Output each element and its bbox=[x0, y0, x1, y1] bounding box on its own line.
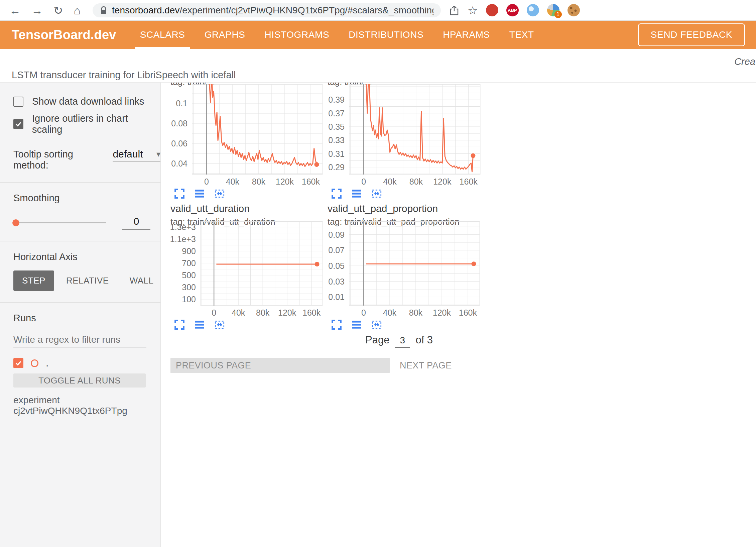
expand-chart-icon[interactable] bbox=[331, 319, 342, 330]
cookie-extension-icon[interactable] bbox=[568, 4, 580, 16]
expand-chart-icon[interactable] bbox=[174, 188, 185, 199]
svg-text:500: 500 bbox=[182, 270, 196, 280]
next-page-button[interactable]: NEXT PAGE bbox=[398, 358, 454, 373]
svg-text:160k: 160k bbox=[460, 177, 478, 186]
page-label: Page bbox=[365, 334, 389, 346]
horizontal-axis-section: Horizontal Axis STEP RELATIVE WALL bbox=[0, 241, 160, 291]
axis-relative-button[interactable]: RELATIVE bbox=[57, 270, 118, 291]
app-header: TensorBoard.dev SCALARS GRAPHS HISTOGRAM… bbox=[0, 21, 756, 49]
runs-menu-icon[interactable] bbox=[194, 319, 205, 330]
tab-scalars[interactable]: SCALARS bbox=[130, 21, 195, 49]
svg-text:80k: 80k bbox=[409, 177, 423, 186]
scalar-chart-valid-utt-duration[interactable]: 1.3e+31.1e+3900700500300100040k80k120k16… bbox=[167, 221, 325, 318]
checkmark-icon bbox=[14, 359, 22, 367]
previous-page-button[interactable]: PREVIOUS PAGE bbox=[170, 358, 390, 373]
svg-text:0.04: 0.04 bbox=[171, 159, 187, 168]
svg-text:160k: 160k bbox=[459, 308, 477, 317]
show-download-links-checkbox[interactable] bbox=[13, 97, 23, 107]
smoothing-section: Smoothing 0 bbox=[0, 183, 160, 230]
chart-title: valid_utt_duration bbox=[170, 203, 275, 214]
tab-graphs[interactable]: GRAPHS bbox=[195, 21, 255, 49]
page-number-input[interactable] bbox=[395, 335, 410, 348]
run-name: . bbox=[46, 357, 48, 369]
svg-text:0.39: 0.39 bbox=[328, 95, 345, 104]
expand-chart-icon[interactable] bbox=[331, 188, 342, 199]
svg-text:80k: 80k bbox=[256, 308, 270, 317]
svg-text:120k: 120k bbox=[278, 308, 296, 317]
svg-text:0.06: 0.06 bbox=[171, 139, 187, 148]
svg-text:1.1e+3: 1.1e+3 bbox=[170, 234, 196, 244]
chart-toolbar bbox=[174, 319, 225, 330]
tooltip-sorting-value: default bbox=[113, 148, 143, 160]
smoothing-slider[interactable] bbox=[13, 222, 106, 223]
top-nav: SCALARS GRAPHS HISTOGRAMS DISTRIBUTIONS … bbox=[130, 21, 544, 49]
run-checkbox[interactable] bbox=[13, 358, 23, 368]
browser-actions: ☆ ABP 1 bbox=[449, 4, 580, 17]
svg-text:0.08: 0.08 bbox=[171, 119, 187, 128]
svg-text:120k: 120k bbox=[276, 177, 294, 186]
axis-step-button[interactable]: STEP bbox=[13, 270, 54, 291]
reload-icon[interactable]: ↻ bbox=[53, 5, 63, 16]
url-host: tensorboard.dev bbox=[112, 5, 179, 15]
subheader: Crea LSTM transducer training for LibriS… bbox=[0, 49, 756, 82]
notification-badge: 1 bbox=[554, 11, 562, 18]
back-icon[interactable]: ← bbox=[9, 5, 21, 16]
runs-label: Runs bbox=[13, 313, 160, 324]
run-row: . bbox=[13, 357, 160, 369]
blue-extension-icon[interactable] bbox=[527, 4, 539, 16]
runs-filter-input[interactable] bbox=[13, 332, 146, 347]
fit-domain-icon[interactable] bbox=[371, 188, 382, 199]
svg-text:0.03: 0.03 bbox=[328, 277, 345, 286]
toggle-all-runs-button[interactable]: TOGGLE ALL RUNS bbox=[13, 373, 146, 388]
url-text: tensorboard.dev/experiment/cj2vtPiwQHKN9… bbox=[112, 5, 433, 16]
run-color-icon[interactable] bbox=[31, 359, 38, 367]
profile-avatar[interactable]: 1 bbox=[547, 4, 559, 16]
fit-domain-icon[interactable] bbox=[371, 319, 382, 330]
chevron-down-icon: ▾ bbox=[156, 149, 160, 159]
forward-icon[interactable]: → bbox=[31, 5, 43, 16]
show-download-links-label: Show data download links bbox=[32, 96, 144, 107]
fit-domain-icon[interactable] bbox=[214, 319, 225, 330]
tab-histograms[interactable]: HISTOGRAMS bbox=[255, 21, 339, 49]
tooltip-sorting-select[interactable]: default ▾ bbox=[113, 148, 160, 162]
runs-menu-icon[interactable] bbox=[194, 188, 205, 199]
svg-text:1.3e+3: 1.3e+3 bbox=[170, 222, 196, 232]
expand-chart-icon[interactable] bbox=[174, 319, 185, 330]
app-logo: TensorBoard.dev bbox=[12, 28, 116, 42]
axis-wall-button[interactable]: WALL bbox=[121, 270, 162, 291]
svg-text:40k: 40k bbox=[383, 308, 397, 317]
scalar-chart-top-left[interactable]: 0.10.080.060.04040k80k120k160k bbox=[167, 84, 325, 187]
abp-extension-icon[interactable]: ABP bbox=[506, 4, 519, 16]
svg-text:0.01: 0.01 bbox=[328, 292, 345, 302]
runs-menu-icon[interactable] bbox=[351, 319, 362, 330]
tab-text[interactable]: TEXT bbox=[500, 21, 544, 49]
url-bar[interactable]: tensorboard.dev/experiment/cj2vtPiwQHKN9… bbox=[93, 3, 441, 17]
page-of-label: of 3 bbox=[415, 334, 433, 346]
browser-toolbar: ← → ↻ ⌂ tensorboard.dev/experiment/cj2vt… bbox=[0, 0, 756, 21]
bookmark-star-icon[interactable]: ☆ bbox=[468, 4, 478, 17]
svg-text:80k: 80k bbox=[252, 177, 266, 186]
smoothing-slider-handle[interactable] bbox=[12, 219, 19, 226]
ignore-outliers-checkbox[interactable] bbox=[13, 119, 23, 129]
ignore-outliers-row: Ignore outliers in chart scaling bbox=[0, 113, 160, 135]
lock-icon bbox=[100, 6, 107, 15]
tab-distributions[interactable]: DISTRIBUTIONS bbox=[339, 21, 433, 49]
pagination: Page of 3 bbox=[365, 334, 433, 348]
experiment-description: LSTM transducer training for LibriSpeech… bbox=[12, 70, 236, 81]
svg-text:40k: 40k bbox=[226, 177, 240, 186]
adblock-extension-icon[interactable] bbox=[486, 4, 498, 16]
fit-domain-icon[interactable] bbox=[214, 188, 225, 199]
url-path: /experiment/cj2vtPiwQHKN9Q1tx6PTpg/#scal… bbox=[179, 5, 433, 15]
smoothing-value-input[interactable]: 0 bbox=[122, 216, 150, 230]
runs-menu-icon[interactable] bbox=[351, 188, 362, 199]
scalar-chart-valid-utt-pad-proportion[interactable]: 0.090.070.050.030.01040k80k120k160k bbox=[324, 221, 482, 318]
svg-text:0.29: 0.29 bbox=[328, 162, 345, 172]
experiment-id: experiment cj2vtPiwQHKN9Q1tx6PTpg bbox=[13, 395, 160, 416]
home-icon[interactable]: ⌂ bbox=[74, 5, 81, 16]
send-feedback-button[interactable]: SEND FEEDBACK bbox=[638, 23, 745, 46]
scalar-chart-top-right[interactable]: 0.390.370.350.330.310.29040k80k120k160k bbox=[324, 84, 482, 187]
smoothing-slider-row: 0 bbox=[13, 216, 160, 230]
share-icon[interactable] bbox=[449, 5, 460, 16]
svg-text:300: 300 bbox=[182, 283, 196, 292]
tab-hparams[interactable]: HPARAMS bbox=[433, 21, 500, 49]
